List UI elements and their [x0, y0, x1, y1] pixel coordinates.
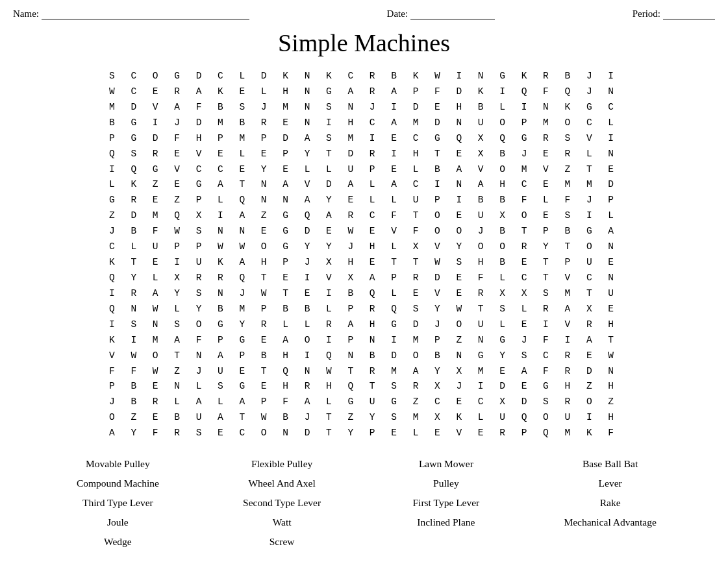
period-underline [663, 8, 715, 19]
word-item: Flexible Pulley [203, 457, 361, 471]
word-list: Movable PulleyFlexible PulleyLawn MowerB… [0, 457, 728, 562]
word-item: Mechanical Advantage [531, 515, 689, 529]
puzzle-row: Q Y L X R R Q T E I V X A P R D E F L C … [109, 271, 619, 286]
puzzle-row: J B F W S N N E G D E W E V F O O J B T … [109, 224, 619, 239]
puzzle-row: I Q G V C C E Y E L L U P E L B A V O M … [109, 162, 619, 178]
word-item: Compound Machine [39, 476, 197, 491]
word-item: Wheel And Axel [203, 476, 361, 491]
puzzle-row: A Y F R S E C O N D T Y P E L E V E R P … [109, 426, 619, 441]
word-item [531, 535, 689, 549]
word-item: Lawn Mower [368, 457, 525, 471]
word-item: Pulley [368, 476, 525, 491]
name-underline [42, 8, 249, 19]
puzzle-row: F F W Z J U E T Q N W T R M A Y X M E A … [109, 364, 619, 380]
word-item: Lever [531, 476, 689, 491]
word-item: Inclined Plane [368, 515, 525, 529]
puzzle-row: I R A Y S N J W T E I B Q L E V E R X X … [109, 286, 619, 302]
puzzle-row: O Z E B U A T W B J T Z Y S M X K L U Q … [109, 410, 619, 426]
period-label: Period: [633, 8, 660, 19]
name-field: Name: [13, 8, 249, 19]
word-item: Base Ball Bat [531, 457, 689, 471]
puzzle-row: M D V A F B S J M N S N J I D E H B L I … [109, 100, 619, 116]
word-item: Movable Pulley [39, 457, 197, 471]
puzzle-row: B G I J D M B R E N I H C A M D N U O P … [109, 116, 619, 131]
puzzle-row: P G D F H P M P D A S M I E C G Q X Q G … [109, 131, 619, 147]
puzzle-grid: S C O G D C L D K N K C R B K W I N G K … [109, 69, 619, 441]
word-item: First Type Lever [368, 496, 525, 510]
puzzle-container: S C O G D C L D K N K C R B K W I N G K … [0, 69, 728, 441]
word-item: Wedge [39, 535, 197, 549]
period-field: Period: [633, 8, 715, 19]
name-label: Name: [13, 8, 39, 19]
puzzle-row: Q S R E V E L E P Y T D R I H T E X B J … [109, 147, 619, 162]
puzzle-row: Z D M Q X I A Z G Q A R C F T O E U X O … [109, 208, 619, 224]
word-item: Second Type Lever [203, 496, 361, 510]
puzzle-row: I S N S O G Y R L L R A H G D J O U L E … [109, 317, 619, 333]
word-item: Rake [531, 496, 689, 510]
header: Name: Date: Period: [0, 0, 728, 22]
puzzle-row: C L U P P W W O G Y Y J H L X V Y O O R … [109, 239, 619, 255]
word-item: Third Type Lever [39, 496, 197, 510]
date-underline [410, 8, 495, 19]
word-item: Joule [39, 515, 197, 529]
puzzle-row: P B E N L S G E H R H Q T S R X J I D E … [109, 379, 619, 395]
word-list-grid: Movable PulleyFlexible PulleyLawn MowerB… [39, 457, 689, 549]
puzzle-row: L K Z E G A T N A V D A L A C I N A H C … [109, 177, 619, 193]
puzzle-row: K I M A F P G E A O I P N I M P Z N G J … [109, 333, 619, 348]
page-title: Simple Machines [0, 22, 728, 69]
puzzle-row: S C O G D C L D K N K C R B K W I N G K … [109, 69, 619, 84]
puzzle-row: W C E R A K E L H N G A R A P F D K I Q … [109, 84, 619, 100]
word-item: Screw [203, 535, 361, 549]
puzzle-row: K T E I U K A H P J X H E T T W S H B E … [109, 255, 619, 271]
puzzle-row: J B R L A L A P F A L G U G Z C E C X D … [109, 395, 619, 410]
puzzle-row: G R E Z P L Q N N A Y E L L U P I B B F … [109, 193, 619, 208]
word-item [368, 535, 525, 549]
puzzle-row: V W O T N A P B H I Q N B D O B N G Y S … [109, 348, 619, 364]
word-item: Watt [203, 515, 361, 529]
date-label: Date: [387, 8, 408, 19]
date-field: Date: [387, 8, 495, 19]
puzzle-row: Q N W L Y B M P B B L P R Q S Y W T S L … [109, 302, 619, 317]
